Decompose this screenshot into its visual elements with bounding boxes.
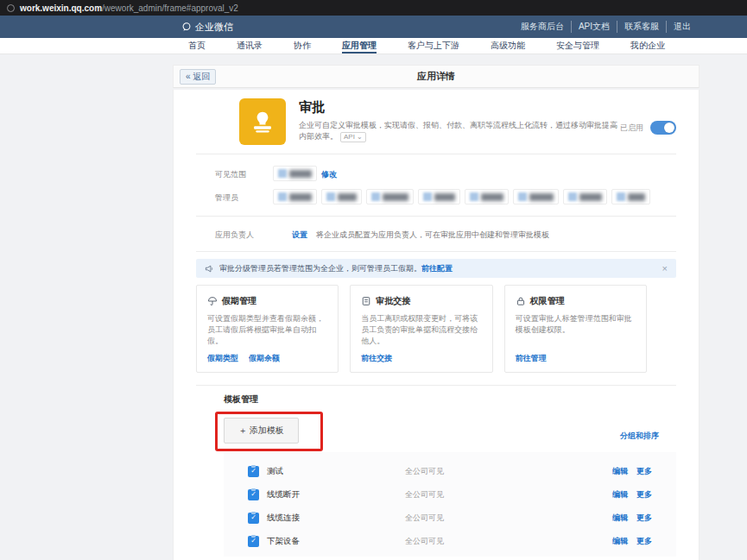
enabled-toggle[interactable] bbox=[650, 121, 676, 135]
app-status: 已启用 bbox=[620, 110, 676, 145]
template-section-title: 模板管理 bbox=[224, 393, 676, 406]
template-actions: 编辑 更多 bbox=[612, 513, 652, 524]
app-detail-card: 审批 企业可自定义审批模板，实现请假、报销、付款、离职等流程线上化流转，通过移动… bbox=[173, 90, 700, 560]
tab-contacts[interactable]: 通讯录 bbox=[237, 38, 263, 53]
admin-label: 管理员 bbox=[215, 189, 273, 204]
megaphone-icon bbox=[205, 264, 214, 274]
tab-security[interactable]: 安全与管理 bbox=[556, 38, 599, 53]
go-handover-link[interactable]: 前往交接 bbox=[361, 353, 392, 364]
group-sort-link[interactable]: 分组和排序 bbox=[620, 431, 659, 444]
permission-management-card: 权限管理 可设置审批人标签管理范围和审批模板创建权限。 前往管理 bbox=[504, 285, 647, 373]
owner-row: 应用负责人 设置 将企业成员配置为应用负责人，可在审批应用中创建和管理审批模板 bbox=[215, 230, 676, 241]
back-button[interactable]: « 返回 bbox=[180, 69, 216, 85]
main-tab-bar: 首页 通讯录 协作 应用管理 客户与上下游 高级功能 安全与管理 我的企业 bbox=[0, 38, 747, 54]
app-head-text: 审批 企业可自定义审批模板，实现请假、报销、付款、离职等流程线上化流转，通过移动… bbox=[299, 98, 620, 145]
permission-card-title-text: 权限管理 bbox=[530, 295, 565, 307]
template-name: 测试 bbox=[267, 466, 405, 477]
link-logout[interactable]: 退出 bbox=[666, 21, 698, 33]
brand-logo[interactable]: 企业微信 bbox=[181, 21, 233, 34]
link-contact-support[interactable]: 联系客服 bbox=[617, 21, 666, 33]
api-tag[interactable]: API ⌄ bbox=[340, 132, 366, 142]
tab-app-management[interactable]: 应用管理 bbox=[342, 38, 377, 53]
template-clipboard-icon bbox=[248, 489, 259, 500]
admin-redacted-tag bbox=[513, 189, 559, 204]
divider bbox=[196, 216, 676, 217]
page: work.weixin.qq.com/wework_admin/frame#ap… bbox=[0, 0, 747, 560]
template-row: 线缆断开 全公司可见 编辑 更多 bbox=[224, 483, 676, 507]
vacation-type-link[interactable]: 假期类型 bbox=[207, 353, 238, 364]
template-scope: 全公司可见 bbox=[405, 466, 612, 477]
edit-link[interactable]: 编辑 bbox=[612, 489, 628, 500]
admin-redacted-tag bbox=[321, 189, 362, 204]
visible-range-redacted-tag bbox=[273, 166, 317, 181]
edit-link[interactable]: 编辑 bbox=[612, 536, 628, 547]
template-toolbar: ＋ 添加模板 分组和排序 bbox=[224, 418, 676, 444]
admin-row: 管理员 bbox=[215, 189, 676, 204]
umbrella-icon bbox=[207, 296, 218, 306]
app-name: 审批 bbox=[299, 99, 620, 116]
tab-my-company[interactable]: 我的企业 bbox=[630, 38, 665, 53]
tab-home[interactable]: 首页 bbox=[188, 38, 206, 53]
enabled-label: 已启用 bbox=[620, 123, 643, 134]
more-link[interactable]: 更多 bbox=[636, 536, 652, 547]
link-api-docs[interactable]: API文档 bbox=[571, 21, 617, 33]
admin-redacted-tag bbox=[563, 189, 607, 204]
template-scope: 全公司可见 bbox=[405, 513, 612, 524]
template-actions: 编辑 更多 bbox=[612, 489, 652, 500]
address-bar[interactable]: work.weixin.qq.com/wework_admin/frame#ap… bbox=[20, 3, 238, 13]
app-header: 审批 企业可自定义审批模板，实现请假、报销、付款、离职等流程线上化流转，通过移动… bbox=[239, 90, 676, 145]
owner-set-link[interactable]: 设置 bbox=[292, 230, 307, 241]
vacation-card-desc: 可设置假期类型并查看假期余额，员工请假后将根据审批单自动扣假。 bbox=[207, 313, 327, 347]
template-scope: 全公司可见 bbox=[405, 489, 612, 500]
template-row: 线缆连接 全公司可见 编辑 更多 bbox=[224, 507, 676, 530]
more-link[interactable]: 更多 bbox=[636, 489, 652, 500]
close-icon[interactable]: × bbox=[662, 264, 668, 274]
permission-card-desc: 可设置审批人标签管理范围和审批模板创建权限。 bbox=[516, 313, 636, 336]
template-scope: 全公司可见 bbox=[405, 536, 612, 547]
add-template-button[interactable]: ＋ 添加模板 bbox=[224, 418, 299, 444]
template-name: 下架设备 bbox=[267, 536, 405, 547]
url-host: work.weixin.qq.com bbox=[20, 3, 102, 13]
template-row: 下架设备 全公司可见 编辑 更多 bbox=[224, 530, 676, 553]
top-navigation: 企业微信 服务商后台 API文档 联系客服 退出 bbox=[0, 16, 747, 38]
detail-page-header: 应用详情 « 返回 bbox=[173, 65, 700, 88]
document-icon bbox=[361, 296, 371, 306]
tab-customers[interactable]: 客户与上下游 bbox=[408, 38, 459, 53]
vacation-balance-link[interactable]: 假期余额 bbox=[249, 353, 280, 364]
more-link[interactable]: 更多 bbox=[636, 513, 652, 524]
add-template-wrap: ＋ 添加模板 bbox=[224, 418, 299, 444]
feature-cards: 假期管理 可设置假期类型并查看假期余额，员工请假后将根据审批单自动扣假。 假期类… bbox=[196, 285, 647, 373]
notice-config-link[interactable]: 前往配置 bbox=[421, 263, 453, 274]
tab-advanced[interactable]: 高级功能 bbox=[491, 38, 525, 53]
handover-card-title: 审批交接 bbox=[361, 295, 481, 307]
tab-collaboration[interactable]: 协作 bbox=[294, 38, 311, 53]
template-clipboard-icon bbox=[248, 513, 259, 524]
permission-card-links: 前往管理 bbox=[516, 353, 636, 364]
visible-range-label: 可见范围 bbox=[215, 166, 273, 180]
owner-label: 应用负责人 bbox=[215, 230, 273, 241]
template-actions: 编辑 更多 bbox=[612, 536, 652, 547]
vacation-management-card: 假期管理 可设置假期类型并查看假期余额，员工请假后将根据审批单自动扣假。 假期类… bbox=[196, 285, 339, 373]
modify-link[interactable]: 修改 bbox=[321, 166, 337, 180]
site-icon bbox=[7, 4, 15, 12]
template-actions: 编辑 更多 bbox=[612, 466, 652, 477]
edit-link[interactable]: 编辑 bbox=[612, 466, 628, 477]
admin-redacted-tag bbox=[366, 189, 414, 204]
more-link[interactable]: 更多 bbox=[636, 466, 652, 477]
permission-card-title: 权限管理 bbox=[516, 295, 636, 307]
edit-link[interactable]: 编辑 bbox=[612, 513, 628, 524]
link-service-provider[interactable]: 服务商后台 bbox=[514, 21, 571, 33]
vacation-card-title: 假期管理 bbox=[207, 295, 327, 307]
template-row: 测试 全公司可见 编辑 更多 bbox=[224, 460, 676, 483]
template-name: 线缆断开 bbox=[267, 489, 405, 500]
toggle-knob bbox=[664, 123, 674, 133]
template-clipboard-icon bbox=[248, 466, 259, 477]
go-manage-link[interactable]: 前往管理 bbox=[516, 353, 547, 364]
page-title: 应用详情 bbox=[174, 70, 699, 83]
template-name: 线缆连接 bbox=[267, 513, 405, 524]
wework-bubble-icon bbox=[181, 22, 192, 32]
handover-card-desc: 当员工离职或权限变更时，可将该员工负责的审批单据和流程交接给他人。 bbox=[361, 313, 481, 347]
brand-name: 企业微信 bbox=[195, 21, 233, 34]
visible-range-row: 可见范围 修改 bbox=[215, 166, 676, 181]
divider bbox=[196, 154, 676, 154]
